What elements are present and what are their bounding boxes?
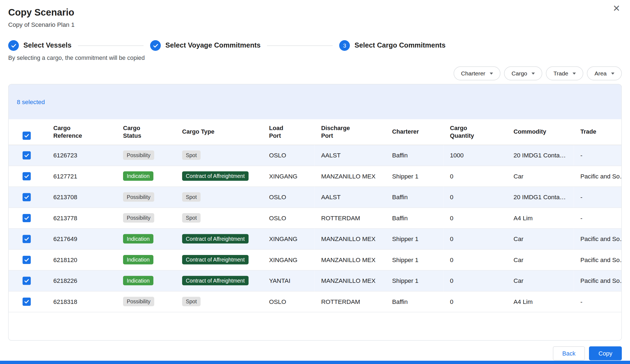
cell-cargo-quantity: 0 — [444, 166, 507, 187]
step-label: Select Vessels — [24, 42, 72, 50]
cell-trade: - — [574, 187, 622, 208]
column-header-trade: Trade — [574, 119, 622, 145]
selected-count: 8 selected — [17, 98, 45, 105]
cell-cargo-reference: 6126723 — [47, 145, 116, 166]
step-label: Select Cargo Commitments — [354, 42, 445, 50]
close-button[interactable]: ✕ — [609, 2, 623, 16]
cell-load-port: OSLO — [262, 187, 315, 208]
table-row[interactable]: 6127721IndicationContract of Affreightme… — [9, 166, 622, 187]
table-row[interactable]: 6126723PossibilitySpotOSLOAALSTBaffin100… — [9, 145, 622, 166]
cell-charterer: Baffin — [386, 207, 444, 228]
column-header-discharge-port: Discharge Port — [315, 119, 386, 145]
cell-cargo-reference: 6218120 — [47, 249, 116, 270]
step-complete-icon — [8, 40, 19, 51]
cell-commodity: Car — [507, 228, 574, 249]
cell-trade: - — [574, 291, 622, 312]
cell-trade: Pacific and So… — [574, 270, 622, 291]
chevron-down-icon — [532, 72, 535, 75]
cargo-type-badge: Contract of Affreightment — [182, 171, 248, 181]
row-checkbox[interactable] — [23, 256, 31, 264]
cell-commodity: Car — [507, 249, 574, 270]
copy-scenario-dialog: Copy Scenario Copy of Scenario Plan 1 ✕ … — [0, 0, 630, 364]
cell-charterer: Shipper 1 — [386, 166, 444, 187]
table-row[interactable]: 6218120IndicationContract of Affreightme… — [9, 249, 622, 270]
table-header-row: Cargo Reference Cargo Status Cargo Type … — [9, 119, 622, 145]
table-row[interactable]: 6213708PossibilitySpotOSLOAALSTBaffin020… — [9, 187, 622, 208]
row-checkbox[interactable] — [23, 235, 31, 243]
cell-discharge-port: MANZANILLO MEX — [315, 270, 386, 291]
cell-charterer: Baffin — [386, 187, 444, 208]
step-label: Select Voyage Commitments — [165, 42, 261, 50]
column-header-cargo-reference: Cargo Reference — [47, 119, 116, 145]
column-header-load-port: Load Port — [262, 119, 315, 145]
table-row[interactable]: 6217649IndicationContract of Affreightme… — [9, 228, 622, 249]
dialog-header: Copy Scenario Copy of Scenario Plan 1 ✕ — [8, 0, 622, 29]
panel-spacer — [9, 312, 622, 340]
cell-load-port: OSLO — [262, 207, 315, 228]
copy-button[interactable]: Copy — [589, 346, 622, 360]
cargo-type-badge: Spot — [182, 297, 200, 306]
cell-charterer: Shipper 1 — [386, 270, 444, 291]
cell-cargo-reference: 6127721 — [47, 166, 116, 187]
cargo-type-badge: Contract of Affreightment — [182, 276, 248, 286]
cell-cargo-quantity: 0 — [444, 270, 507, 291]
cell-cargo-quantity: 0 — [444, 187, 507, 208]
filter-cargo[interactable]: Cargo — [504, 66, 542, 80]
cell-commodity: 20 IMDG1 Conta… — [507, 187, 574, 208]
cell-charterer: Baffin — [386, 145, 444, 166]
chevron-down-icon — [611, 72, 614, 75]
cell-commodity: A4 Lim — [507, 291, 574, 312]
step-connector — [267, 45, 333, 46]
back-button[interactable]: Back — [553, 346, 585, 360]
row-checkbox[interactable] — [23, 297, 31, 306]
chevron-down-icon — [573, 72, 576, 75]
cell-discharge-port: AALST — [315, 187, 386, 208]
cell-load-port: YANTAI — [262, 270, 315, 291]
select-all-checkbox[interactable] — [23, 132, 31, 140]
cell-cargo-reference: 6217649 — [47, 228, 116, 249]
step-select-vessels[interactable]: Select Vessels — [8, 40, 71, 51]
cargo-type-badge: Contract of Affreightment — [182, 255, 248, 265]
filter-charterer[interactable]: Charterer — [454, 66, 500, 80]
row-checkbox[interactable] — [23, 172, 31, 180]
row-checkbox[interactable] — [23, 214, 31, 222]
column-header-commodity: Commodity — [507, 119, 574, 145]
cargo-status-badge: Possibility — [123, 213, 154, 223]
cargo-status-badge: Indication — [123, 255, 153, 265]
filter-bar: ChartererCargoTradeArea — [8, 66, 622, 80]
column-header-cargo-status: Cargo Status — [116, 119, 176, 145]
row-checkbox[interactable] — [23, 193, 31, 201]
step-select-cargo-commitments[interactable]: 3 Select Cargo Commitments — [339, 40, 446, 51]
cargo-type-badge: Spot — [182, 213, 200, 223]
cell-commodity: Car — [507, 270, 574, 291]
cell-trade: - — [574, 207, 622, 228]
cell-commodity: A4 Lim — [507, 207, 574, 228]
filter-label: Area — [594, 70, 606, 77]
close-icon: ✕ — [613, 3, 620, 14]
table-row[interactable]: 6218226IndicationContract of Affreightme… — [9, 270, 622, 291]
filter-trade[interactable]: Trade — [546, 66, 584, 80]
row-checkbox[interactable] — [23, 151, 31, 159]
cell-commodity: Car — [507, 166, 574, 187]
cell-cargo-reference: 6213778 — [47, 207, 116, 228]
filter-area[interactable]: Area — [587, 66, 622, 80]
cargo-status-badge: Possibility — [123, 192, 154, 202]
cell-load-port: OSLO — [262, 291, 315, 312]
dialog-footer: Back Copy — [8, 340, 622, 360]
stepper: Select Vessels Select Voyage Commitments… — [8, 40, 622, 51]
table-row[interactable]: 6218318PossibilitySpotOSLOROTTERDAMBaffi… — [9, 291, 622, 312]
cell-cargo-reference: 6218318 — [47, 291, 116, 312]
row-checkbox[interactable] — [23, 277, 31, 285]
step-complete-icon — [150, 40, 161, 51]
cell-cargo-quantity: 0 — [444, 291, 507, 312]
cell-trade: Pacific and So… — [574, 249, 622, 270]
cell-discharge-port: MANZANILLO MEX — [315, 228, 386, 249]
cell-cargo-quantity: 0 — [444, 249, 507, 270]
cell-trade: Pacific and So… — [574, 166, 622, 187]
step-select-voyage-commitments[interactable]: Select Voyage Commitments — [150, 40, 261, 51]
filter-label: Charterer — [461, 70, 485, 77]
cell-charterer: Shipper 1 — [386, 249, 444, 270]
cargo-table: Cargo Reference Cargo Status Cargo Type … — [9, 119, 622, 312]
cargo-commitments-panel: 8 selected Cargo Reference Cargo Status — [8, 84, 622, 340]
table-row[interactable]: 6213778PossibilitySpotOSLOROTTERDAMBaffi… — [9, 207, 622, 228]
